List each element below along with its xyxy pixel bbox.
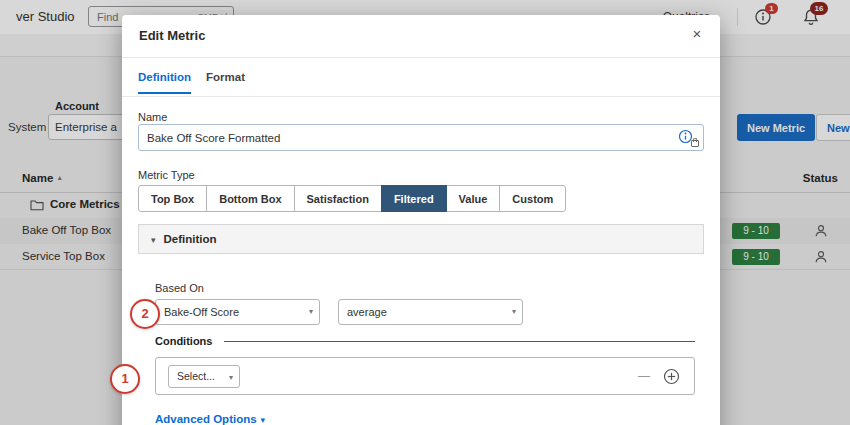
lock-icon — [691, 140, 699, 147]
edit-metric-modal: Edit Metric × Definition Format Name Met… — [122, 15, 720, 425]
tab-definition[interactable]: Definition — [138, 71, 191, 94]
conditions-divider — [224, 341, 695, 342]
aggregation-value: average — [347, 306, 387, 318]
definition-section-label: Definition — [164, 233, 217, 245]
metric-type-value[interactable]: Value — [446, 185, 501, 212]
advanced-options-label: Advanced Options — [155, 413, 257, 425]
app-screen: ver Studio CMD+/ Qualtrics 1 16 Account … — [0, 0, 850, 425]
condition-select-value: Select... — [177, 370, 215, 382]
definition-section-header[interactable]: ▾Definition — [138, 224, 704, 254]
chevron-down-icon: ▾ — [261, 415, 266, 425]
modal-title: Edit Metric — [139, 28, 205, 43]
metric-type-label: Metric Type — [138, 169, 195, 181]
metric-name-input[interactable] — [138, 124, 704, 151]
based-on-value: Bake-Off Score — [164, 306, 239, 318]
annotation-step-2: 2 — [130, 299, 160, 329]
modal-header-divider — [122, 57, 720, 58]
metric-type-satisfaction[interactable]: Satisfaction — [294, 185, 382, 212]
metric-type-bottom-box[interactable]: Bottom Box — [206, 185, 294, 212]
add-condition-icon[interactable] — [663, 368, 680, 388]
translation-lock-icon[interactable] — [678, 129, 698, 146]
condition-select[interactable]: Select... ▾ — [168, 365, 240, 388]
advanced-options-link[interactable]: Advanced Options▾ — [155, 413, 265, 425]
tab-format[interactable]: Format — [206, 71, 245, 92]
chevron-down-icon: ▾ — [151, 235, 156, 245]
metric-type-button-group: Top Box Bottom Box Satisfaction Filtered… — [138, 185, 566, 212]
name-field-label: Name — [138, 111, 167, 123]
chevron-down-icon: ▾ — [309, 300, 313, 324]
metric-type-filtered[interactable]: Filtered — [381, 185, 447, 212]
condition-row: Select... ▾ — — [155, 357, 695, 395]
metric-type-top-box[interactable]: Top Box — [138, 185, 207, 212]
chevron-down-icon: ▾ — [229, 366, 233, 388]
conditions-label: Conditions — [155, 335, 212, 347]
metric-type-custom[interactable]: Custom — [499, 185, 566, 212]
annotation-step-1: 1 — [110, 364, 140, 394]
remove-condition-icon[interactable]: — — [638, 369, 650, 383]
chevron-down-icon: ▾ — [512, 300, 516, 324]
aggregation-select[interactable]: average ▾ — [338, 299, 523, 325]
tabs-divider — [122, 96, 720, 97]
based-on-select[interactable]: Bake-Off Score ▾ — [155, 299, 320, 325]
based-on-label: Based On — [155, 282, 204, 294]
close-icon[interactable]: × — [686, 23, 708, 45]
